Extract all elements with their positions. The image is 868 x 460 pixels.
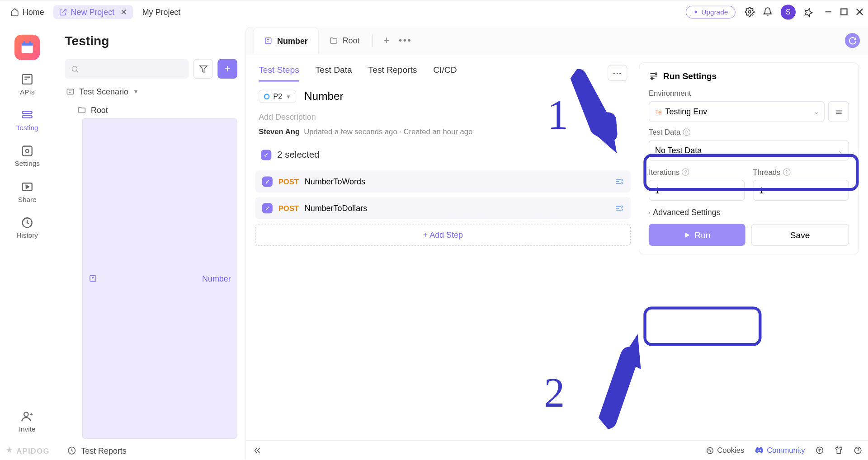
add-tab-icon[interactable]: + — [383, 34, 389, 47]
testing-icon — [21, 109, 33, 122]
app-logo[interactable] — [14, 35, 40, 60]
priority-dot-icon — [264, 94, 270, 99]
save-button[interactable]: Save — [751, 224, 849, 246]
nav-history[interactable]: History — [16, 216, 38, 239]
subtab-test-steps[interactable]: Test Steps — [259, 65, 299, 81]
run-settings-title: Run Settings — [663, 71, 717, 81]
footer-bar: Cookies Community — [246, 440, 868, 460]
step-name: NumberToWords — [305, 177, 365, 186]
project-tab-my[interactable]: My Project — [137, 5, 186, 19]
svg-rect-8 — [29, 41, 31, 44]
project-label: My Project — [142, 7, 181, 16]
testdata-select[interactable]: No Test Data ⌵ — [649, 140, 849, 161]
nav-settings[interactable]: Settings — [14, 145, 40, 168]
svg-point-23 — [655, 73, 657, 75]
upload-icon[interactable] — [816, 446, 824, 455]
filter-button[interactable] — [193, 59, 213, 79]
step-action-icon[interactable] — [614, 204, 623, 213]
threads-input[interactable]: 1 — [753, 180, 849, 201]
priority-chip[interactable]: P2 ▼ — [259, 89, 296, 103]
step-row[interactable]: ✓ POST NumberToDollars — [255, 197, 631, 219]
svg-rect-10 — [23, 112, 32, 114]
sync-icon[interactable] — [845, 33, 860, 48]
svg-rect-7 — [24, 41, 25, 44]
chevron-right-icon: › — [649, 209, 651, 216]
checkbox[interactable]: ✓ — [262, 176, 273, 187]
play-icon — [684, 231, 691, 239]
tab-root[interactable]: Root — [319, 27, 370, 54]
scenario-name[interactable]: Number — [304, 90, 344, 103]
avatar[interactable]: S — [781, 5, 796, 19]
scenario-item-icon — [89, 274, 97, 283]
share-icon — [21, 180, 33, 193]
help-circle-icon[interactable] — [854, 446, 862, 455]
checkbox[interactable]: ✓ — [262, 203, 273, 213]
invite-icon — [21, 410, 33, 423]
step-action-icon[interactable] — [614, 177, 623, 186]
chevron-down-icon: ⌵ — [815, 108, 818, 115]
close-icon[interactable]: ✕ — [120, 7, 127, 16]
subtab-test-data[interactable]: Test Data — [316, 65, 352, 81]
run-button[interactable]: Run — [649, 224, 745, 246]
add-step-button[interactable]: + Add Step — [255, 224, 631, 246]
environment-select[interactable]: TeTesting Env ⌵ — [649, 101, 825, 122]
threads-label: Threads? — [753, 168, 849, 176]
more-menu-button[interactable]: ··· — [608, 65, 627, 81]
folder-icon — [329, 36, 338, 45]
clock-icon — [67, 446, 76, 455]
run-settings-panel: Run Settings Environment TeTesting Env ⌵… — [639, 62, 859, 254]
help-icon[interactable]: ? — [783, 168, 790, 176]
project-tab-new[interactable]: New Project ✕ — [53, 5, 133, 19]
upgrade-button[interactable]: ✦ Upgrade — [686, 5, 736, 18]
annotation-number-2: 2 — [544, 369, 565, 417]
collapse-icon[interactable] — [253, 446, 262, 455]
env-menu-button[interactable] — [828, 101, 849, 122]
nav-share[interactable]: Share — [18, 180, 37, 203]
pin-icon[interactable] — [804, 7, 813, 16]
nav-testing[interactable]: Testing — [16, 109, 38, 132]
tab-number[interactable]: Number — [253, 27, 319, 54]
bell-icon[interactable] — [763, 7, 773, 17]
iterations-input[interactable]: 1 — [649, 180, 745, 201]
brand-footer: APIDOG — [5, 446, 50, 460]
nav-apis[interactable]: APIs — [20, 73, 34, 96]
tab-bar: Number Root + ••• — [246, 27, 868, 54]
minimize-icon[interactable] — [825, 8, 832, 16]
step-name: NumberToDollars — [305, 204, 367, 213]
search-input[interactable] — [65, 59, 189, 79]
tree-test-reports[interactable]: Test Reports — [65, 441, 237, 460]
tree-header[interactable]: Test Scenario ▼ — [65, 87, 237, 96]
maximize-icon[interactable] — [840, 8, 848, 16]
help-icon[interactable]: ? — [683, 128, 690, 136]
help-icon[interactable]: ? — [682, 168, 689, 176]
folder-icon — [78, 106, 86, 114]
gear-icon[interactable] — [745, 7, 755, 17]
advanced-settings-toggle[interactable]: › Advanced Settings — [649, 208, 849, 217]
community-link[interactable]: Community — [755, 446, 805, 455]
svg-rect-6 — [22, 43, 33, 46]
home-tab[interactable]: Home — [5, 5, 50, 19]
svg-point-17 — [72, 66, 77, 71]
selected-count: 2 selected — [277, 150, 319, 160]
svg-point-0 — [749, 11, 751, 13]
close-window-icon[interactable] — [856, 8, 863, 16]
project-icon — [59, 8, 67, 16]
top-bar: Home New Project ✕ My Project ✦ Upgrade … — [0, 0, 868, 23]
subtab-cicd[interactable]: CI/CD — [433, 65, 457, 81]
chevron-down-icon: ▼ — [286, 94, 291, 99]
cookies-link[interactable]: Cookies — [706, 446, 744, 455]
step-row[interactable]: ✓ POST NumberToWords — [255, 171, 631, 193]
checkbox-all[interactable]: ✓ — [261, 150, 271, 160]
add-button[interactable]: + — [217, 59, 237, 79]
tshirt-icon[interactable] — [835, 446, 843, 455]
svg-rect-20 — [90, 276, 96, 282]
home-icon — [10, 8, 19, 16]
panel-title: Testing — [65, 33, 237, 48]
tree-number[interactable]: Number — [82, 118, 237, 439]
svg-point-28 — [707, 447, 713, 453]
subtab-test-reports[interactable]: Test Reports — [368, 65, 417, 81]
tree-root[interactable]: Root — [73, 102, 237, 118]
more-tabs-icon[interactable]: ••• — [399, 35, 412, 46]
method-badge: POST — [278, 177, 299, 186]
nav-invite[interactable]: Invite — [19, 410, 36, 433]
